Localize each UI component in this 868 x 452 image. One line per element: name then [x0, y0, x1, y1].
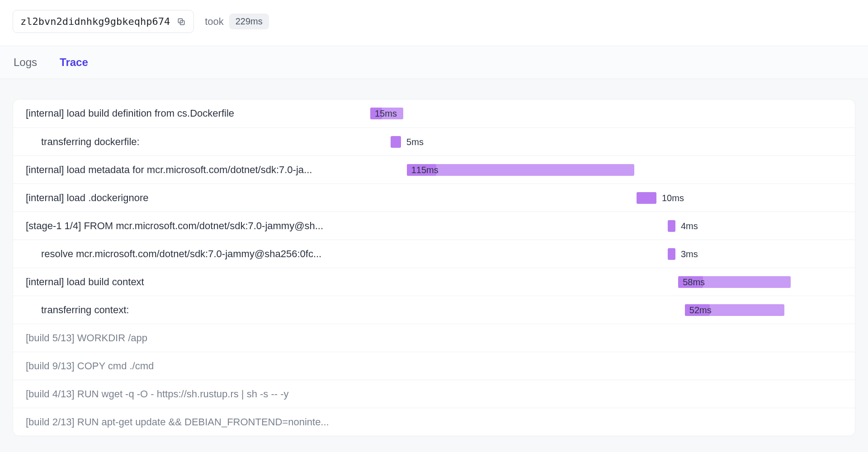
trace-area: [internal] load build definition from cs… [0, 79, 868, 452]
trace-row-label: [stage-1 1/4] FROM mcr.microsoft.com/dot… [26, 220, 323, 232]
trace-row-gantt [370, 408, 844, 436]
trace-row-gantt: 10ms [370, 184, 844, 212]
trace-bar-duration: 15ms [375, 108, 397, 119]
build-id-pill: zl2bvn2didnhkg9gbkeqhp674 [13, 10, 194, 33]
build-header: zl2bvn2didnhkg9gbkeqhp674 took 229ms [0, 0, 868, 46]
took-value-badge: 229ms [229, 14, 269, 29]
trace-panel: [internal] load build definition from cs… [13, 99, 855, 436]
trace-bar-duration: 58ms [683, 277, 705, 287]
trace-bar: 115ms [407, 164, 634, 176]
trace-row[interactable]: [stage-1 1/4] FROM mcr.microsoft.com/dot… [13, 212, 855, 240]
trace-row[interactable]: resolve mcr.microsoft.com/dotnet/sdk:7.0… [13, 240, 855, 268]
trace-bar [668, 220, 675, 232]
trace-row-gantt: 15ms [370, 99, 844, 127]
trace-bar-duration: 5ms [406, 137, 424, 147]
trace-bar-duration: 3ms [681, 249, 698, 259]
trace-row-label: transferring dockerfile: [26, 136, 140, 148]
trace-row-gantt [370, 380, 844, 408]
build-id-text: zl2bvn2didnhkg9gbkeqhp674 [20, 16, 170, 27]
trace-row-label: [build 9/13] COPY cmd ./cmd [26, 360, 154, 372]
tab-logs[interactable]: Logs [13, 46, 38, 79]
trace-row-label: [build 2/13] RUN apt-get update && DEBIA… [26, 416, 329, 428]
trace-bar [637, 192, 656, 204]
trace-bar [668, 248, 675, 260]
took-label-wrap: took 229ms [205, 14, 269, 29]
trace-row-label: [build 4/13] RUN wget -q -O - https://sh… [26, 388, 289, 400]
trace-row[interactable]: [internal] load build context58ms [13, 268, 855, 296]
trace-row-label: [build 5/13] WORKDIR /app [26, 332, 147, 344]
tab-trace[interactable]: Trace [59, 46, 89, 79]
trace-row[interactable]: [internal] load build definition from cs… [13, 99, 855, 127]
trace-row-label: [internal] load build definition from cs… [26, 108, 234, 119]
trace-row-gantt [370, 352, 844, 380]
trace-bar: 52ms [685, 304, 784, 316]
trace-bar [391, 136, 401, 148]
trace-row-label: resolve mcr.microsoft.com/dotnet/sdk:7.0… [26, 248, 321, 260]
trace-row-gantt [370, 324, 844, 352]
trace-bar-duration: 4ms [681, 221, 698, 231]
trace-row[interactable]: [build 9/13] COPY cmd ./cmd [13, 352, 855, 380]
trace-row[interactable]: [internal] load .dockerignore10ms [13, 184, 855, 212]
trace-bar-duration: 115ms [411, 165, 439, 175]
trace-row-label: [internal] load .dockerignore [26, 192, 149, 204]
trace-row[interactable]: [internal] load metadata for mcr.microso… [13, 155, 855, 184]
trace-row[interactable]: [build 5/13] WORKDIR /app [13, 324, 855, 352]
trace-row-gantt: 52ms [370, 296, 844, 324]
trace-row[interactable]: [build 4/13] RUN wget -q -O - https://sh… [13, 380, 855, 408]
trace-bar-duration: 52ms [689, 305, 712, 315]
trace-row-gantt: 3ms [370, 240, 844, 268]
trace-row[interactable]: transferring context:52ms [13, 296, 855, 324]
trace-row[interactable]: transferring dockerfile:5ms [13, 127, 855, 155]
tabs-bar: Logs Trace [0, 46, 868, 79]
trace-row-gantt: 115ms [370, 156, 844, 184]
trace-row-gantt: 5ms [370, 128, 844, 155]
trace-row-label: [internal] load metadata for mcr.microso… [26, 164, 312, 176]
copy-icon[interactable] [176, 17, 186, 27]
trace-row-label: [internal] load build context [26, 276, 144, 288]
took-label: took [205, 16, 224, 28]
trace-row-gantt: 58ms [370, 268, 844, 296]
trace-row-label: transferring context: [26, 304, 129, 316]
trace-row[interactable]: [build 2/13] RUN apt-get update && DEBIA… [13, 408, 855, 436]
trace-bar-duration: 10ms [662, 193, 684, 203]
trace-bar: 58ms [678, 276, 790, 288]
trace-row-gantt: 4ms [370, 212, 844, 240]
trace-bar: 15ms [370, 108, 403, 119]
